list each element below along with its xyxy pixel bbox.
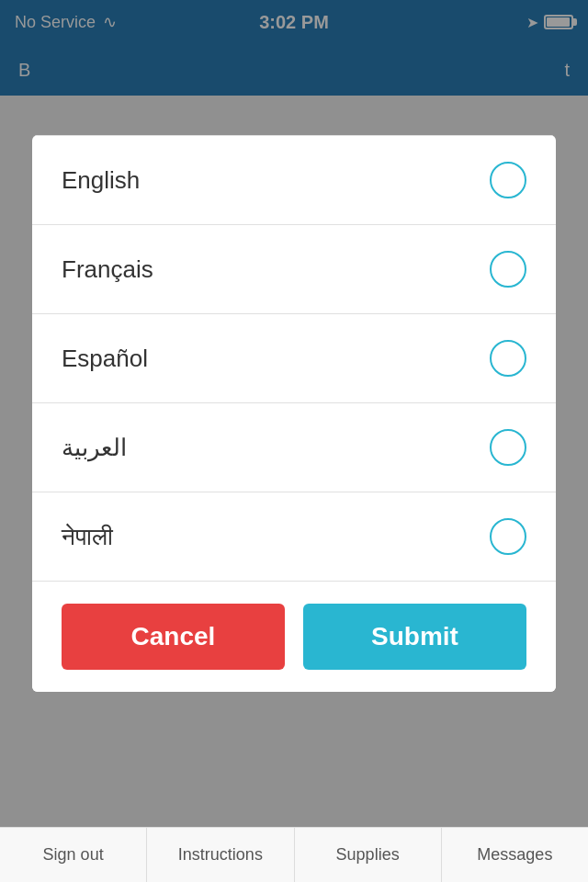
- radio-button[interactable]: [490, 251, 526, 288]
- cancel-button[interactable]: Cancel: [62, 604, 285, 670]
- language-name: नेपाली: [62, 523, 113, 551]
- language-item[interactable]: नेपाली: [32, 492, 556, 582]
- submit-button[interactable]: Submit: [303, 604, 526, 670]
- tab-supplies[interactable]: Supplies: [295, 828, 442, 882]
- language-item[interactable]: العربية: [32, 403, 556, 492]
- tab-bar: Sign outInstructionsSuppliesMessages: [0, 827, 588, 882]
- tab-sign-out[interactable]: Sign out: [0, 828, 147, 882]
- radio-button[interactable]: [490, 340, 526, 377]
- radio-button[interactable]: [490, 518, 526, 555]
- language-item[interactable]: Français: [32, 225, 556, 314]
- tab-messages[interactable]: Messages: [442, 828, 588, 882]
- language-name: Español: [62, 345, 148, 373]
- tab-instructions[interactable]: Instructions: [147, 828, 294, 882]
- radio-button[interactable]: [490, 429, 526, 466]
- language-name: العربية: [62, 434, 127, 462]
- modal-overlay: English Français Español العربية नेपाली …: [0, 0, 588, 882]
- language-item[interactable]: Español: [32, 314, 556, 403]
- language-name: Français: [62, 255, 153, 284]
- language-name: English: [62, 166, 140, 195]
- language-modal: English Français Español العربية नेपाली …: [32, 135, 556, 692]
- radio-button[interactable]: [490, 162, 526, 198]
- language-item[interactable]: English: [32, 135, 556, 225]
- language-list: English Français Español العربية नेपाली: [32, 135, 556, 582]
- modal-buttons: Cancel Submit: [32, 582, 556, 692]
